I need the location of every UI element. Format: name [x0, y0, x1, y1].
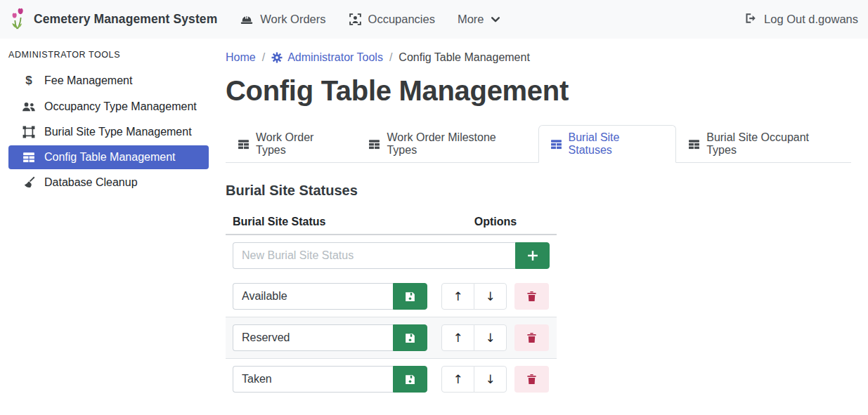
breadcrumb-current: Config Table Management — [399, 51, 530, 64]
sidebar-item-label: Fee Management — [44, 74, 132, 87]
save-icon — [404, 332, 416, 344]
tab-work-order-types[interactable]: Work Order Types — [226, 125, 356, 163]
main-nav: Work Orders Occupancies More — [240, 13, 500, 27]
breadcrumb-home[interactable]: Home — [226, 51, 256, 64]
save-icon — [404, 374, 416, 386]
tab-label: Burial Site Statuses — [569, 131, 665, 157]
tulip-logo-icon — [8, 7, 27, 32]
burial-site-statuses-table: Burial Site Status Options — [226, 210, 557, 400]
status-row-available: ↑ ↓ — [226, 276, 557, 317]
page-title: Config Table Management — [226, 75, 851, 107]
tab-burial-site-occupant-types[interactable]: Burial Site Occupant Types — [676, 125, 851, 163]
reorder-button-group: ↑ ↓ — [441, 283, 507, 310]
hard-hat-icon — [240, 13, 254, 27]
nav-work-orders-label: Work Orders — [260, 13, 325, 26]
save-icon — [404, 291, 416, 303]
logout-link[interactable]: Log Out d.gowans — [744, 12, 858, 27]
tab-work-order-milestone-types[interactable]: Work Order Milestone Types — [356, 125, 538, 163]
save-status-button[interactable] — [393, 366, 427, 393]
top-navbar: Cemetery Management System Work Orders O… — [0, 0, 868, 39]
column-header-burial-site-status: Burial Site Status — [226, 210, 434, 234]
reorder-button-group: ↑ ↓ — [441, 366, 507, 393]
logout-icon — [744, 12, 757, 27]
sidebar-item-label: Occupancy Type Management — [44, 100, 197, 113]
tab-burial-site-statuses[interactable]: Burial Site Statuses — [538, 125, 677, 163]
table-icon — [688, 138, 700, 150]
breadcrumb: Home / Administrator Tools / Config — [226, 51, 851, 64]
new-status-row — [226, 235, 557, 276]
move-down-button[interactable]: ↓ — [474, 366, 507, 393]
delete-status-button[interactable] — [514, 366, 549, 393]
sidebar-item-config-table-management[interactable]: Config Table Management — [8, 145, 209, 169]
trash-icon — [526, 331, 538, 344]
nav-occupancies-label: Occupancies — [368, 13, 435, 26]
table-icon — [368, 138, 380, 150]
move-down-button[interactable]: ↓ — [474, 283, 507, 310]
admin-sidebar: ADMINISTRATOR TOOLS $ Fee Management Occ… — [0, 39, 218, 400]
table-icon — [238, 138, 250, 150]
logout-label: Log Out d.gowans — [764, 13, 858, 26]
plus-icon — [526, 249, 540, 263]
nav-work-orders[interactable]: Work Orders — [240, 13, 325, 27]
people-icon — [21, 102, 37, 112]
tab-label: Work Order Milestone Types — [387, 131, 526, 157]
move-up-button[interactable]: ↑ — [441, 366, 474, 393]
move-down-button[interactable]: ↓ — [474, 324, 507, 351]
gear-icon — [271, 52, 283, 63]
trash-icon — [526, 290, 538, 303]
breadcrumb-separator: / — [389, 51, 392, 64]
status-input[interactable] — [233, 324, 393, 351]
move-up-button[interactable]: ↑ — [441, 283, 474, 310]
sidebar-item-label: Config Table Management — [44, 151, 176, 164]
broom-icon — [21, 176, 37, 189]
add-status-button[interactable] — [515, 242, 550, 269]
delete-status-button[interactable] — [514, 283, 549, 310]
person-frame-icon — [349, 13, 362, 26]
chevron-down-icon — [491, 15, 500, 25]
table-icon — [550, 138, 562, 150]
new-status-input[interactable] — [233, 242, 515, 269]
dollar-icon: $ — [21, 74, 37, 88]
status-row-taken: ↑ ↓ — [226, 359, 557, 400]
sidebar-item-occupancy-type-management[interactable]: Occupancy Type Management — [8, 95, 209, 119]
breadcrumb-home-label: Home — [226, 51, 256, 64]
breadcrumb-separator: / — [262, 51, 265, 64]
app-title: Cemetery Management System — [34, 12, 217, 27]
save-status-button[interactable] — [393, 324, 427, 351]
nav-more[interactable]: More — [458, 13, 500, 26]
move-up-button[interactable]: ↑ — [441, 324, 474, 351]
breadcrumb-admin-tools-label: Administrator Tools — [287, 51, 383, 64]
tab-label: Burial Site Occupant Types — [706, 131, 839, 157]
tab-label: Work Order Types — [256, 131, 344, 157]
status-row-reserved: ↑ ↓ — [226, 317, 557, 359]
column-header-options: Options — [434, 210, 557, 234]
trash-icon — [526, 373, 538, 386]
nav-occupancies[interactable]: Occupancies — [349, 13, 435, 26]
sidebar-item-database-cleanup[interactable]: Database Cleanup — [8, 171, 209, 195]
sidebar-item-burial-site-type-management[interactable]: Burial Site Type Management — [8, 120, 209, 144]
sidebar-item-fee-management[interactable]: $ Fee Management — [8, 68, 209, 93]
sidebar-heading: ADMINISTRATOR TOOLS — [0, 44, 218, 67]
sidebar-item-label: Burial Site Type Management — [44, 126, 192, 138]
delete-status-button[interactable] — [514, 324, 549, 351]
reorder-button-group: ↑ ↓ — [441, 324, 507, 351]
table-header-row: Burial Site Status Options — [226, 210, 557, 235]
section-title: Burial Site Statuses — [226, 183, 851, 199]
breadcrumb-administrator-tools[interactable]: Administrator Tools — [271, 51, 383, 64]
nav-more-label: More — [458, 13, 484, 26]
status-input[interactable] — [233, 283, 393, 310]
config-tabs: Work Order Types Work Order Milestone Ty… — [226, 125, 851, 163]
table-icon — [21, 151, 37, 164]
object-group-icon — [21, 126, 37, 138]
save-status-button[interactable] — [393, 283, 427, 310]
app-brand[interactable]: Cemetery Management System — [8, 7, 217, 32]
main-content: Home / Administrator Tools / Config — [218, 39, 868, 400]
sidebar-item-label: Database Cleanup — [44, 176, 138, 189]
status-input[interactable] — [233, 366, 393, 393]
